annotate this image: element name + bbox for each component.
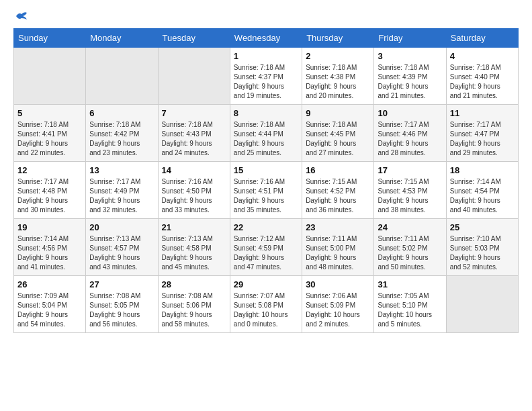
calendar-cell: 1Sunrise: 7:18 AM Sunset: 4:37 PM Daylig… [230, 48, 302, 105]
day-number: 11 [450, 108, 515, 118]
column-header-thursday: Thursday [302, 29, 374, 48]
calendar-week-row: 26Sunrise: 7:09 AM Sunset: 5:04 PM Dayli… [14, 276, 519, 333]
header [13, 11, 519, 21]
day-info: Sunrise: 7:18 AM Sunset: 4:37 PM Dayligh… [234, 63, 298, 101]
day-number: 18 [450, 165, 515, 175]
day-number: 14 [162, 165, 226, 175]
day-number: 15 [234, 165, 298, 175]
column-header-friday: Friday [374, 29, 446, 48]
day-number: 26 [17, 279, 82, 289]
day-number: 6 [89, 108, 154, 118]
calendar-cell: 5Sunrise: 7:18 AM Sunset: 4:41 PM Daylig… [14, 105, 86, 162]
day-info: Sunrise: 7:13 AM Sunset: 4:57 PM Dayligh… [89, 234, 154, 272]
calendar-header-row: SundayMondayTuesdayWednesdayThursdayFrid… [14, 29, 519, 48]
day-info: Sunrise: 7:08 AM Sunset: 5:05 PM Dayligh… [89, 291, 154, 329]
calendar-cell: 28Sunrise: 7:08 AM Sunset: 5:06 PM Dayli… [158, 276, 230, 333]
calendar-cell: 16Sunrise: 7:15 AM Sunset: 4:52 PM Dayli… [302, 162, 374, 219]
calendar-cell: 22Sunrise: 7:12 AM Sunset: 4:59 PM Dayli… [230, 219, 302, 276]
calendar-cell: 10Sunrise: 7:17 AM Sunset: 4:46 PM Dayli… [374, 105, 446, 162]
day-info: Sunrise: 7:08 AM Sunset: 5:06 PM Dayligh… [162, 291, 226, 329]
calendar-cell: 30Sunrise: 7:06 AM Sunset: 5:09 PM Dayli… [302, 276, 374, 333]
calendar-cell: 25Sunrise: 7:10 AM Sunset: 5:03 PM Dayli… [446, 219, 518, 276]
day-number: 13 [89, 165, 154, 175]
calendar-cell: 13Sunrise: 7:17 AM Sunset: 4:49 PM Dayli… [86, 162, 158, 219]
day-number: 7 [162, 108, 226, 118]
logo-bird-icon [15, 11, 28, 21]
calendar-cell: 18Sunrise: 7:14 AM Sunset: 4:54 PM Dayli… [446, 162, 518, 219]
day-info: Sunrise: 7:18 AM Sunset: 4:40 PM Dayligh… [450, 63, 515, 101]
calendar-cell: 26Sunrise: 7:09 AM Sunset: 5:04 PM Dayli… [14, 276, 86, 333]
day-info: Sunrise: 7:14 AM Sunset: 4:56 PM Dayligh… [17, 234, 82, 272]
day-info: Sunrise: 7:12 AM Sunset: 4:59 PM Dayligh… [234, 234, 298, 272]
calendar-week-row: 1Sunrise: 7:18 AM Sunset: 4:37 PM Daylig… [14, 48, 519, 105]
column-header-tuesday: Tuesday [158, 29, 230, 48]
calendar-body: 1Sunrise: 7:18 AM Sunset: 4:37 PM Daylig… [14, 48, 519, 333]
calendar-cell [14, 48, 86, 105]
logo [13, 11, 28, 21]
day-number: 30 [306, 279, 370, 289]
day-number: 9 [306, 108, 370, 118]
day-number: 17 [378, 165, 442, 175]
day-number: 27 [89, 279, 154, 289]
calendar-cell [446, 276, 518, 333]
day-info: Sunrise: 7:13 AM Sunset: 4:58 PM Dayligh… [162, 234, 226, 272]
day-number: 19 [17, 222, 82, 232]
day-info: Sunrise: 7:16 AM Sunset: 4:51 PM Dayligh… [234, 177, 298, 215]
day-info: Sunrise: 7:09 AM Sunset: 5:04 PM Dayligh… [17, 291, 82, 329]
day-number: 1 [234, 51, 298, 61]
day-number: 5 [17, 108, 82, 118]
calendar-cell: 23Sunrise: 7:11 AM Sunset: 5:00 PM Dayli… [302, 219, 374, 276]
day-number: 24 [378, 222, 442, 232]
calendar-cell: 19Sunrise: 7:14 AM Sunset: 4:56 PM Dayli… [14, 219, 86, 276]
day-info: Sunrise: 7:17 AM Sunset: 4:47 PM Dayligh… [450, 120, 515, 158]
calendar-week-row: 19Sunrise: 7:14 AM Sunset: 4:56 PM Dayli… [14, 219, 519, 276]
calendar-cell: 24Sunrise: 7:11 AM Sunset: 5:02 PM Dayli… [374, 219, 446, 276]
day-info: Sunrise: 7:17 AM Sunset: 4:46 PM Dayligh… [378, 120, 442, 158]
day-info: Sunrise: 7:10 AM Sunset: 5:03 PM Dayligh… [450, 234, 515, 272]
day-number: 10 [378, 108, 442, 118]
day-number: 22 [234, 222, 298, 232]
column-header-monday: Monday [86, 29, 158, 48]
day-number: 4 [450, 51, 515, 61]
day-number: 12 [17, 165, 82, 175]
calendar-table: SundayMondayTuesdayWednesdayThursdayFrid… [13, 28, 519, 333]
calendar-cell: 6Sunrise: 7:18 AM Sunset: 4:42 PM Daylig… [86, 105, 158, 162]
calendar-cell: 31Sunrise: 7:05 AM Sunset: 5:10 PM Dayli… [374, 276, 446, 333]
day-info: Sunrise: 7:18 AM Sunset: 4:43 PM Dayligh… [162, 120, 226, 158]
day-number: 31 [378, 279, 442, 289]
calendar-cell: 20Sunrise: 7:13 AM Sunset: 4:57 PM Dayli… [86, 219, 158, 276]
day-info: Sunrise: 7:18 AM Sunset: 4:39 PM Dayligh… [378, 63, 442, 101]
day-info: Sunrise: 7:16 AM Sunset: 4:50 PM Dayligh… [162, 177, 226, 215]
calendar-cell: 15Sunrise: 7:16 AM Sunset: 4:51 PM Dayli… [230, 162, 302, 219]
day-info: Sunrise: 7:18 AM Sunset: 4:41 PM Dayligh… [17, 120, 82, 158]
calendar-cell: 27Sunrise: 7:08 AM Sunset: 5:05 PM Dayli… [86, 276, 158, 333]
day-info: Sunrise: 7:11 AM Sunset: 5:02 PM Dayligh… [378, 234, 442, 272]
calendar-cell: 21Sunrise: 7:13 AM Sunset: 4:58 PM Dayli… [158, 219, 230, 276]
calendar-cell [86, 48, 158, 105]
column-header-wednesday: Wednesday [230, 29, 302, 48]
day-info: Sunrise: 7:07 AM Sunset: 5:08 PM Dayligh… [234, 291, 298, 329]
day-number: 25 [450, 222, 515, 232]
calendar-page: SundayMondayTuesdayWednesdayThursdayFrid… [0, 0, 532, 344]
day-number: 8 [234, 108, 298, 118]
calendar-cell: 29Sunrise: 7:07 AM Sunset: 5:08 PM Dayli… [230, 276, 302, 333]
calendar-cell: 3Sunrise: 7:18 AM Sunset: 4:39 PM Daylig… [374, 48, 446, 105]
calendar-cell: 8Sunrise: 7:18 AM Sunset: 4:44 PM Daylig… [230, 105, 302, 162]
day-info: Sunrise: 7:15 AM Sunset: 4:52 PM Dayligh… [306, 177, 370, 215]
calendar-cell: 9Sunrise: 7:18 AM Sunset: 4:45 PM Daylig… [302, 105, 374, 162]
calendar-week-row: 5Sunrise: 7:18 AM Sunset: 4:41 PM Daylig… [14, 105, 519, 162]
day-number: 20 [89, 222, 154, 232]
day-info: Sunrise: 7:18 AM Sunset: 4:44 PM Dayligh… [234, 120, 298, 158]
calendar-cell: 7Sunrise: 7:18 AM Sunset: 4:43 PM Daylig… [158, 105, 230, 162]
column-header-sunday: Sunday [14, 29, 86, 48]
calendar-cell: 2Sunrise: 7:18 AM Sunset: 4:38 PM Daylig… [302, 48, 374, 105]
day-number: 16 [306, 165, 370, 175]
day-info: Sunrise: 7:11 AM Sunset: 5:00 PM Dayligh… [306, 234, 370, 272]
day-number: 28 [162, 279, 226, 289]
calendar-cell: 11Sunrise: 7:17 AM Sunset: 4:47 PM Dayli… [446, 105, 518, 162]
calendar-week-row: 12Sunrise: 7:17 AM Sunset: 4:48 PM Dayli… [14, 162, 519, 219]
day-info: Sunrise: 7:17 AM Sunset: 4:49 PM Dayligh… [89, 177, 154, 215]
day-info: Sunrise: 7:05 AM Sunset: 5:10 PM Dayligh… [378, 291, 442, 329]
day-number: 29 [234, 279, 298, 289]
day-info: Sunrise: 7:18 AM Sunset: 4:42 PM Dayligh… [89, 120, 154, 158]
